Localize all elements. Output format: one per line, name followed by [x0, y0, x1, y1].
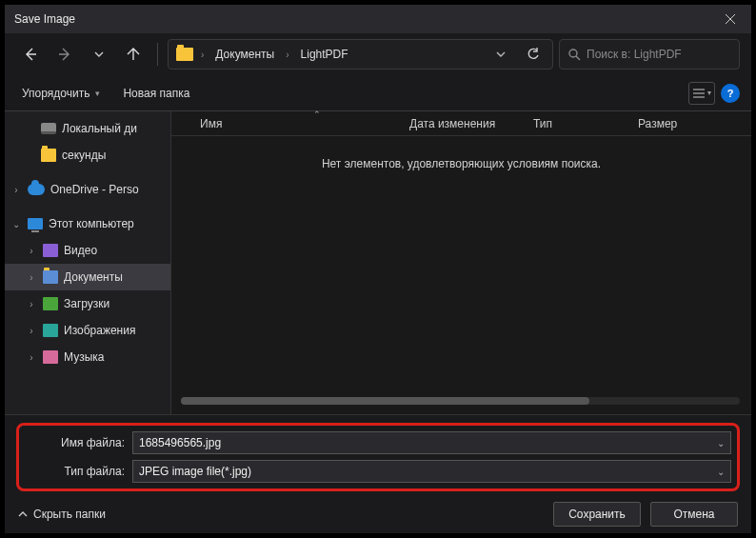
column-type[interactable]: Тип — [533, 117, 638, 130]
main-area: Локальный ди секунды ›OneDrive - Perso ⌄… — [5, 111, 751, 414]
highlighted-region: Имя файла: 1685496565.jpg ⌄ Тип файла: J… — [16, 423, 740, 491]
folder-icon — [176, 48, 193, 61]
back-button[interactable] — [16, 40, 45, 69]
nav-row: › Документы › LightPDF Поиск в: LightPDF — [5, 33, 751, 75]
arrow-right-icon — [58, 48, 71, 61]
expand-icon[interactable]: › — [10, 185, 22, 195]
chevron-right-icon: › — [199, 50, 206, 60]
view-mode-button[interactable]: ▾ — [688, 82, 715, 105]
arrow-left-icon — [24, 48, 37, 61]
help-icon: ? — [727, 88, 734, 99]
empty-message: Нет элементов, удовлетворяющих условиям … — [171, 157, 751, 170]
cloud-icon — [28, 184, 45, 195]
refresh-icon — [527, 48, 540, 61]
expand-icon[interactable]: › — [26, 272, 37, 283]
cancel-button[interactable]: Отмена — [650, 502, 738, 527]
folder-icon — [41, 149, 56, 162]
arrow-up-icon — [127, 48, 140, 61]
filetype-label: Тип файла: — [25, 465, 125, 478]
tree-item-seconds[interactable]: секунды — [5, 142, 170, 169]
filename-input[interactable]: 1685496565.jpg ⌄ — [132, 431, 731, 454]
tree-item-downloads[interactable]: ›Загрузки — [5, 290, 170, 317]
video-icon — [43, 244, 58, 257]
separator — [157, 43, 158, 66]
dialog-footer: Скрыть папки Сохранить Отмена — [5, 495, 751, 533]
tree-item-onedrive[interactable]: ›OneDrive - Perso — [5, 176, 170, 203]
tree-item-pictures[interactable]: ›Изображения — [5, 317, 170, 344]
new-folder-button[interactable]: Новая папка — [117, 83, 195, 104]
window-title: Save Image — [14, 12, 75, 26]
hide-folders-button[interactable]: Скрыть папки — [18, 508, 106, 521]
expand-icon[interactable]: › — [26, 299, 37, 309]
tree-item-local-disk[interactable]: Локальный ди — [5, 115, 170, 142]
disk-icon — [41, 123, 56, 134]
up-button[interactable] — [119, 40, 148, 69]
chevron-down-icon — [496, 50, 506, 59]
column-size[interactable]: Размер — [638, 117, 742, 130]
expand-icon[interactable]: › — [26, 352, 37, 363]
refresh-button[interactable] — [520, 41, 547, 68]
organize-button[interactable]: Упорядочить ▾ — [16, 83, 106, 104]
search-input[interactable]: Поиск в: LightPDF — [559, 39, 740, 70]
pictures-icon — [43, 324, 58, 337]
toolbar: Упорядочить ▾ Новая папка ▾ ? — [5, 75, 751, 111]
column-headers: Имя⌃ Дата изменения Тип Размер — [171, 111, 751, 136]
breadcrumb-lightpdf[interactable]: LightPDF — [297, 46, 352, 63]
title-bar: Save Image — [5, 5, 751, 33]
download-icon — [43, 297, 58, 310]
sort-indicator-icon: ⌃ — [313, 110, 321, 119]
filename-label: Имя файла: — [25, 436, 125, 449]
search-placeholder: Поиск в: LightPDF — [587, 48, 682, 61]
tree-item-music[interactable]: ›Музыка — [5, 344, 170, 370]
filename-row: Имя файла: 1685496565.jpg ⌄ — [25, 431, 731, 454]
chevron-down-icon: ▾ — [95, 89, 100, 98]
help-button[interactable]: ? — [721, 84, 740, 103]
expand-icon[interactable]: › — [26, 326, 37, 336]
scrollbar-thumb[interactable] — [181, 397, 589, 405]
save-dialog: Save Image › Документы › LightPDF Поиск … — [0, 0, 756, 538]
column-date[interactable]: Дата изменения — [409, 117, 533, 130]
address-dropdown[interactable] — [487, 41, 514, 68]
chevron-right-icon: › — [284, 50, 290, 60]
list-icon — [692, 88, 706, 99]
address-bar[interactable]: › Документы › LightPDF — [168, 39, 553, 70]
chevron-down-icon: ▾ — [707, 89, 711, 97]
close-button[interactable] — [708, 5, 751, 33]
forward-button[interactable] — [50, 40, 79, 69]
filetype-select[interactable]: JPEG image file(*.jpg) ⌄ — [132, 460, 731, 483]
file-list-pane: Имя⌃ Дата изменения Тип Размер Нет элеме… — [171, 111, 751, 414]
horizontal-scrollbar[interactable] — [181, 397, 740, 405]
chevron-down-icon[interactable]: ⌄ — [717, 438, 725, 448]
save-button[interactable]: Сохранить — [553, 502, 641, 527]
expand-icon[interactable]: › — [26, 246, 37, 256]
filetype-row: Тип файла: JPEG image file(*.jpg) ⌄ — [25, 460, 731, 483]
search-icon — [567, 48, 581, 61]
tree-item-documents[interactable]: ›Документы — [5, 264, 170, 290]
chevron-up-icon — [18, 509, 28, 519]
svg-line-3 — [576, 56, 580, 60]
tree-item-this-pc[interactable]: ⌄Этот компьютер — [5, 210, 170, 237]
collapse-icon[interactable]: ⌄ — [10, 219, 22, 229]
music-icon — [43, 350, 58, 364]
close-icon — [725, 13, 736, 25]
chevron-down-icon[interactable]: ⌄ — [717, 467, 725, 477]
bottom-panel: Имя файла: 1685496565.jpg ⌄ Тип файла: J… — [5, 414, 751, 495]
breadcrumb-documents[interactable]: Документы — [211, 46, 278, 63]
folder-tree: Локальный ди секунды ›OneDrive - Perso ⌄… — [5, 111, 171, 414]
tree-item-videos[interactable]: ›Видео — [5, 237, 170, 264]
column-name[interactable]: Имя⌃ — [181, 117, 409, 130]
recent-button[interactable] — [85, 40, 113, 69]
documents-icon — [43, 270, 58, 284]
pc-icon — [28, 218, 43, 229]
chevron-down-icon — [94, 50, 104, 59]
svg-point-2 — [569, 50, 577, 57]
